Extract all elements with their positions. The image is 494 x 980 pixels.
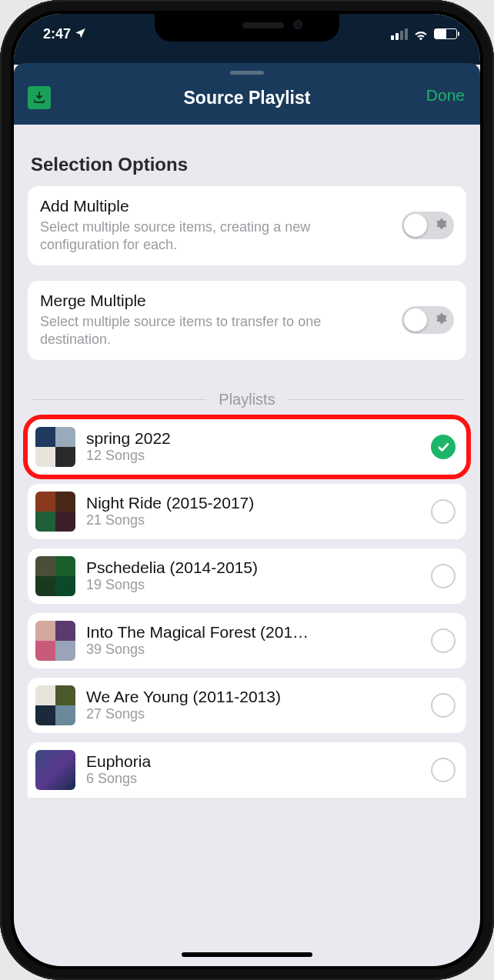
playlist-row[interactable]: Pschedelia (2014-2015) 19 Songs — [28, 548, 466, 604]
playlist-artwork — [35, 750, 75, 790]
playlist-row[interactable]: We Are Young (2011-2013) 27 Songs — [28, 678, 466, 733]
done-button[interactable]: Done — [426, 86, 465, 105]
playlist-artwork — [35, 427, 75, 467]
option-description: Select multiple source items, creating a… — [40, 218, 392, 255]
sheet-title: Source Playlist — [184, 88, 311, 108]
status-time-area: 2:47 — [43, 26, 86, 42]
playlist-name: Euphoria — [86, 752, 420, 771]
playlist-subtitle: 21 Songs — [86, 512, 420, 528]
playlist-unselected-circle-icon — [431, 758, 456, 782]
location-arrow-icon — [75, 26, 86, 42]
screen: 2:47 Source Playlist — [14, 14, 480, 966]
playlist-artwork — [35, 685, 75, 725]
playlist-unselected-circle-icon — [431, 693, 456, 718]
playlist-name: We Are Young (2011-2013) — [86, 688, 420, 706]
notch — [155, 14, 339, 42]
playlists-heading-label: Playlists — [219, 391, 275, 408]
playlist-name: Night Ride (2015-2017) — [86, 494, 420, 512]
playlist-subtitle: 19 Songs — [86, 577, 420, 593]
cellular-signal-icon — [391, 28, 408, 40]
playlist-row[interactable]: spring 2022 12 Songs — [28, 419, 466, 475]
option-description: Select multiple source items to transfer… — [40, 313, 392, 349]
playlist-subtitle: 39 Songs — [86, 642, 420, 658]
gear-icon — [435, 218, 447, 233]
option-toggle[interactable] — [402, 212, 454, 239]
selection-options-heading: Selection Options — [31, 154, 463, 175]
option-merge-multiple: Merge Multiple Select multiple source it… — [28, 281, 466, 360]
playlist-subtitle: 27 Songs — [86, 706, 420, 722]
option-title: Merge Multiple — [40, 292, 392, 310]
option-add-multiple: Add Multiple Select multiple source item… — [28, 186, 466, 265]
sheet-header: Source Playlist Done — [14, 63, 480, 125]
playlist-unselected-circle-icon — [431, 499, 456, 524]
gear-icon — [435, 312, 447, 328]
phone-frame: 2:47 Source Playlist — [0, 0, 494, 980]
playlist-subtitle: 6 Songs — [86, 771, 420, 787]
playlist-name: spring 2022 — [86, 429, 420, 448]
playlist-unselected-circle-icon — [431, 564, 456, 588]
playlist-subtitle: 12 Songs — [86, 448, 420, 464]
sheet-content: Selection Options Add Multiple Select mu… — [14, 125, 480, 798]
wifi-icon — [413, 28, 429, 40]
playlist-artwork — [35, 492, 75, 532]
status-indicators — [391, 28, 457, 40]
battery-icon — [434, 28, 457, 39]
playlist-row[interactable]: Night Ride (2015-2017) 21 Songs — [28, 484, 466, 539]
option-toggle[interactable] — [402, 306, 454, 334]
sheet-grabber[interactable] — [230, 71, 264, 75]
playlist-selected-checkmark-icon — [431, 435, 456, 459]
home-indicator[interactable] — [182, 952, 312, 957]
playlist-artwork — [35, 621, 75, 661]
playlist-artwork — [35, 556, 75, 596]
playlist-name: Into The Magical Forest (201… — [86, 623, 420, 642]
playlist-name: Pschedelia (2014-2015) — [86, 558, 420, 577]
option-title: Add Multiple — [40, 197, 392, 215]
status-time: 2:47 — [43, 26, 71, 42]
download-tray-icon — [32, 91, 46, 105]
playlist-unselected-circle-icon — [431, 628, 456, 653]
playlists-heading: Playlists — [31, 391, 463, 408]
playlist-row[interactable]: Into The Magical Forest (201… 39 Songs — [28, 613, 466, 668]
playlist-row[interactable]: Euphoria 6 Songs — [28, 742, 466, 798]
import-button[interactable] — [28, 86, 51, 109]
